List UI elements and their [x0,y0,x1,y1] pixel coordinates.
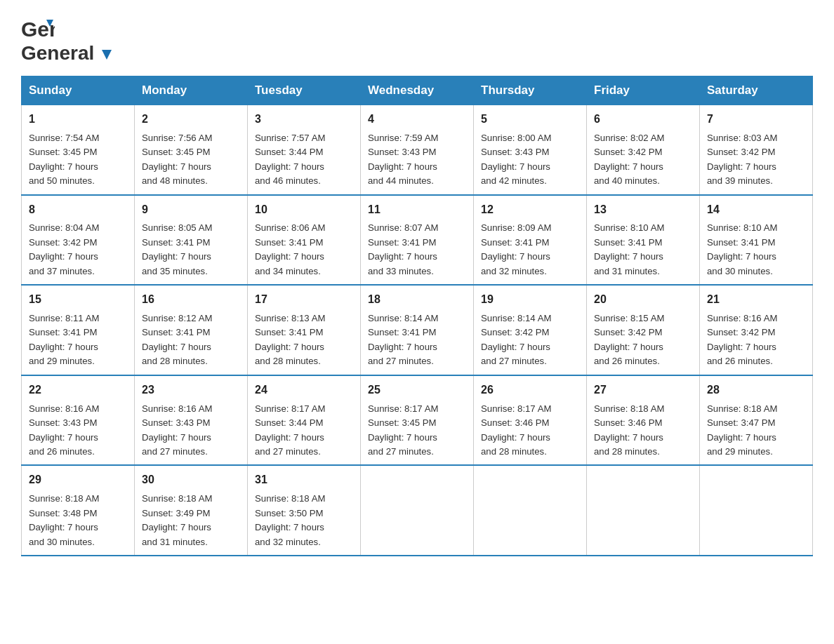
day-number: 30 [142,471,240,489]
day-info: Sunrise: 8:17 AMSunset: 3:44 PMDaylight:… [255,402,353,459]
calendar-cell [474,465,587,556]
day-info: Sunrise: 8:12 AMSunset: 3:41 PMDaylight:… [142,311,240,369]
calendar-cell: 13Sunrise: 8:10 AMSunset: 3:41 PMDayligh… [587,195,700,286]
day-info: Sunrise: 8:10 AMSunset: 3:41 PMDaylight:… [707,221,805,279]
day-info: Sunrise: 7:54 AMSunset: 3:45 PMDaylight:… [29,131,127,189]
day-number: 13 [594,201,692,219]
day-number: 26 [481,382,579,399]
calendar-week-row: 15Sunrise: 8:11 AMSunset: 3:41 PMDayligh… [22,285,813,375]
day-number: 10 [255,201,353,219]
col-friday: Friday [587,76,700,105]
day-number: 8 [29,201,127,219]
calendar-cell: 15Sunrise: 8:11 AMSunset: 3:41 PMDayligh… [22,285,135,375]
day-number: 20 [594,291,692,309]
day-number: 1 [29,111,127,128]
logo-general: General [21,42,94,64]
col-thursday: Thursday [474,76,587,105]
calendar-cell: 17Sunrise: 8:13 AMSunset: 3:41 PMDayligh… [248,285,361,375]
day-number: 5 [481,111,579,128]
day-number: 31 [255,471,353,489]
calendar-cell: 19Sunrise: 8:14 AMSunset: 3:42 PMDayligh… [474,285,587,375]
day-info: Sunrise: 8:14 AMSunset: 3:42 PMDaylight:… [481,311,579,369]
day-number: 19 [481,291,579,309]
day-info: Sunrise: 8:11 AMSunset: 3:41 PMDaylight:… [29,311,127,369]
day-info: Sunrise: 8:18 AMSunset: 3:49 PMDaylight:… [142,492,240,549]
calendar-cell: 28Sunrise: 8:18 AMSunset: 3:47 PMDayligh… [700,375,813,466]
day-number: 14 [707,201,805,219]
day-info: Sunrise: 8:17 AMSunset: 3:46 PMDaylight:… [481,402,579,459]
calendar-cell: 26Sunrise: 8:17 AMSunset: 3:46 PMDayligh… [474,375,587,466]
day-info: Sunrise: 8:15 AMSunset: 3:42 PMDaylight:… [594,311,692,369]
svg-marker-2 [102,50,112,60]
day-number: 16 [142,291,240,309]
logo-triangle-icon [100,48,113,61]
day-number: 27 [594,382,692,399]
calendar-cell: 2Sunrise: 7:56 AMSunset: 3:45 PMDaylight… [135,105,248,195]
day-number: 3 [255,111,353,128]
day-number: 23 [142,382,240,399]
calendar-cell: 16Sunrise: 8:12 AMSunset: 3:41 PMDayligh… [135,285,248,375]
day-number: 21 [707,291,805,309]
calendar-week-row: 8Sunrise: 8:04 AMSunset: 3:42 PMDaylight… [22,195,813,286]
day-number: 24 [255,382,353,399]
calendar-table: Sunday Monday Tuesday Wednesday Thursday… [21,76,813,556]
day-number: 18 [368,291,466,309]
day-info: Sunrise: 8:00 AMSunset: 3:43 PMDaylight:… [481,131,579,189]
day-info: Sunrise: 8:07 AMSunset: 3:41 PMDaylight:… [368,221,466,279]
day-number: 29 [29,471,127,489]
calendar-cell: 8Sunrise: 8:04 AMSunset: 3:42 PMDaylight… [22,195,135,286]
calendar-header-row: Sunday Monday Tuesday Wednesday Thursday… [22,76,813,105]
day-info: Sunrise: 8:18 AMSunset: 3:48 PMDaylight:… [29,492,127,549]
day-info: Sunrise: 8:06 AMSunset: 3:41 PMDaylight:… [255,221,353,279]
day-info: Sunrise: 8:16 AMSunset: 3:42 PMDaylight:… [707,311,805,369]
day-number: 4 [368,111,466,128]
col-monday: Monday [135,76,248,105]
calendar-week-row: 1Sunrise: 7:54 AMSunset: 3:45 PMDaylight… [22,105,813,195]
day-info: Sunrise: 8:04 AMSunset: 3:42 PMDaylight:… [29,221,127,279]
calendar-week-row: 22Sunrise: 8:16 AMSunset: 3:43 PMDayligh… [22,375,813,466]
day-info: Sunrise: 7:57 AMSunset: 3:44 PMDaylight:… [255,131,353,189]
day-info: Sunrise: 8:09 AMSunset: 3:41 PMDaylight:… [481,221,579,279]
day-number: 9 [142,201,240,219]
calendar-cell: 1Sunrise: 7:54 AMSunset: 3:45 PMDaylight… [22,105,135,195]
calendar-cell: 7Sunrise: 8:03 AMSunset: 3:42 PMDaylight… [700,105,813,195]
calendar-cell: 14Sunrise: 8:10 AMSunset: 3:41 PMDayligh… [700,195,813,286]
day-number: 22 [29,382,127,399]
col-saturday: Saturday [700,76,813,105]
calendar-cell: 10Sunrise: 8:06 AMSunset: 3:41 PMDayligh… [248,195,361,286]
col-wednesday: Wednesday [361,76,474,105]
day-info: Sunrise: 8:16 AMSunset: 3:43 PMDaylight:… [142,402,240,459]
calendar-cell: 9Sunrise: 8:05 AMSunset: 3:41 PMDaylight… [135,195,248,286]
calendar-cell: 12Sunrise: 8:09 AMSunset: 3:41 PMDayligh… [474,195,587,286]
day-number: 11 [368,201,466,219]
day-info: Sunrise: 8:17 AMSunset: 3:45 PMDaylight:… [368,402,466,459]
calendar-cell: 29Sunrise: 8:18 AMSunset: 3:48 PMDayligh… [22,465,135,556]
calendar-cell [700,465,813,556]
calendar-cell: 23Sunrise: 8:16 AMSunset: 3:43 PMDayligh… [135,375,248,466]
day-info: Sunrise: 8:05 AMSunset: 3:41 PMDaylight:… [142,221,240,279]
day-number: 28 [707,382,805,399]
calendar-cell [587,465,700,556]
page-header: General General [21,14,813,62]
calendar-cell: 18Sunrise: 8:14 AMSunset: 3:41 PMDayligh… [361,285,474,375]
logo: General General [21,14,114,62]
day-info: Sunrise: 8:18 AMSunset: 3:46 PMDaylight:… [594,402,692,459]
day-info: Sunrise: 8:18 AMSunset: 3:50 PMDaylight:… [255,492,353,549]
calendar-cell: 5Sunrise: 8:00 AMSunset: 3:43 PMDaylight… [474,105,587,195]
calendar-cell: 20Sunrise: 8:15 AMSunset: 3:42 PMDayligh… [587,285,700,375]
day-number: 17 [255,291,353,309]
calendar-cell: 22Sunrise: 8:16 AMSunset: 3:43 PMDayligh… [22,375,135,466]
calendar-cell: 21Sunrise: 8:16 AMSunset: 3:42 PMDayligh… [700,285,813,375]
day-info: Sunrise: 7:59 AMSunset: 3:43 PMDaylight:… [368,131,466,189]
calendar-cell: 3Sunrise: 7:57 AMSunset: 3:44 PMDaylight… [248,105,361,195]
day-info: Sunrise: 8:03 AMSunset: 3:42 PMDaylight:… [707,131,805,189]
calendar-cell: 31Sunrise: 8:18 AMSunset: 3:50 PMDayligh… [248,465,361,556]
day-info: Sunrise: 8:13 AMSunset: 3:41 PMDaylight:… [255,311,353,369]
calendar-cell [361,465,474,556]
day-number: 15 [29,291,127,309]
day-number: 6 [594,111,692,128]
day-info: Sunrise: 8:14 AMSunset: 3:41 PMDaylight:… [368,311,466,369]
day-info: Sunrise: 7:56 AMSunset: 3:45 PMDaylight:… [142,131,240,189]
day-number: 7 [707,111,805,128]
calendar-cell: 11Sunrise: 8:07 AMSunset: 3:41 PMDayligh… [361,195,474,286]
